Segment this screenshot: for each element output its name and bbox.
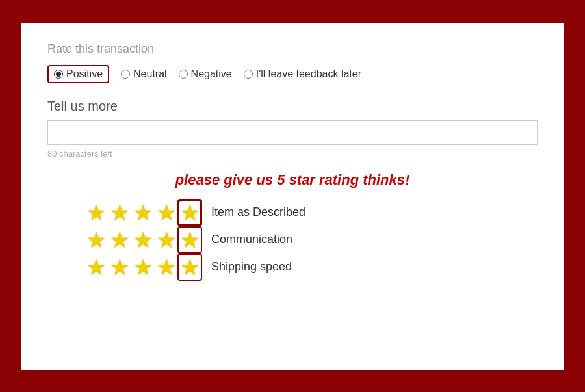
radio-later-label: I'll leave feedback later: [256, 68, 361, 80]
star-2-1[interactable]: ★: [86, 229, 106, 251]
radio-negative-input[interactable]: [179, 70, 188, 79]
star-ratings: ★ ★ ★ ★ ★ Item as Described ★ ★ ★ ★ ★ Co…: [47, 202, 538, 278]
tell-us-label: Tell us more: [47, 99, 538, 114]
star-3-2[interactable]: ★: [110, 256, 129, 278]
star-2-4[interactable]: ★: [157, 229, 176, 251]
radio-later-input[interactable]: [244, 70, 253, 79]
star-row-described-label: Item as Described: [211, 205, 306, 219]
radio-group: Positive Neutral Negative I'll leave fee…: [47, 65, 538, 83]
radio-negative-label: Negative: [191, 68, 232, 80]
star-2-3[interactable]: ★: [133, 229, 153, 251]
radio-positive-label: Positive: [66, 68, 103, 80]
star-row-shipping-label: Shipping speed: [211, 260, 292, 274]
star-3-1[interactable]: ★: [86, 256, 106, 278]
radio-neutral-label: Neutral: [133, 68, 167, 80]
radio-neutral-input[interactable]: [121, 70, 130, 79]
star-row-communication-label: Communication: [211, 233, 292, 246]
star-3-3[interactable]: ★: [133, 256, 153, 278]
star-row-communication: ★ ★ ★ ★ ★ Communication: [86, 229, 538, 251]
radio-negative[interactable]: Negative: [179, 68, 232, 80]
radio-neutral[interactable]: Neutral: [121, 68, 167, 80]
rate-title: Rate this transaction: [47, 42, 538, 56]
radio-later[interactable]: I'll leave feedback later: [244, 68, 361, 80]
star-1-1[interactable]: ★: [86, 202, 106, 224]
star-1-4[interactable]: ★: [157, 202, 176, 224]
promo-text: please give us 5 star rating thinks!: [47, 172, 538, 189]
main-panel: Rate this transaction Positive Neutral N…: [20, 21, 566, 372]
star-row-shipping: ★ ★ ★ ★ ★ Shipping speed: [86, 256, 538, 278]
star-row-described: ★ ★ ★ ★ ★ Item as Described: [86, 202, 538, 224]
chars-left: 80 characters left: [47, 149, 538, 159]
star-1-2[interactable]: ★: [110, 202, 129, 224]
star-3-5[interactable]: ★: [180, 256, 200, 278]
radio-positive[interactable]: Positive: [47, 65, 109, 83]
star-1-3[interactable]: ★: [133, 202, 153, 224]
star-3-4[interactable]: ★: [157, 256, 176, 278]
star-1-5[interactable]: ★: [180, 202, 200, 224]
tell-more-input[interactable]: [47, 120, 538, 145]
radio-positive-input[interactable]: [54, 70, 63, 79]
star-2-5[interactable]: ★: [180, 229, 200, 251]
star-2-2[interactable]: ★: [110, 229, 129, 251]
